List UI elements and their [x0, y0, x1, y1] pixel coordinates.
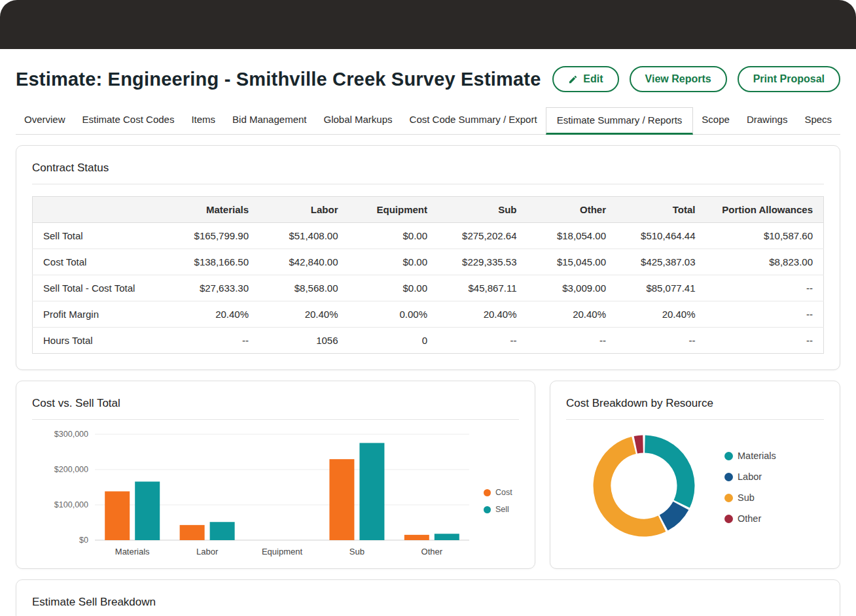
bar-chart-legend: CostSell	[484, 488, 512, 514]
legend-label: Other	[738, 513, 761, 524]
legend-dot-icon	[484, 489, 491, 496]
divider	[32, 419, 519, 420]
cell-value: $165,799.90	[170, 223, 260, 249]
app-window: Estimate: Engineering - Smithville Creek…	[0, 0, 856, 616]
donut-chart: MaterialsLaborSubOther	[566, 424, 824, 551]
cell-value: $138,166.50	[170, 249, 260, 275]
tab-items[interactable]: Items	[183, 107, 224, 134]
legend-dot-icon	[724, 515, 733, 523]
cell-value: --	[706, 301, 824, 328]
cell-value: 1056	[259, 328, 349, 354]
cell-value: $425,387.03	[616, 249, 706, 275]
cell-value: 0	[349, 328, 438, 354]
legend-item-sub: Sub	[724, 492, 776, 503]
cell-value: --	[706, 275, 824, 301]
cell-value: $51,408.00	[259, 223, 349, 249]
svg-text:Sub: Sub	[349, 547, 365, 556]
svg-text:Equipment: Equipment	[262, 547, 303, 556]
cost-breakdown-title: Cost Breakdown by Resource	[566, 397, 824, 410]
cell-value: 20.40%	[170, 301, 260, 328]
tab-bar: OverviewEstimate Cost CodesItemsBid Mana…	[16, 107, 840, 135]
tab-overview[interactable]: Overview	[16, 107, 74, 134]
cell-value: 20.40%	[438, 301, 527, 328]
cell-value: $45,867.11	[438, 275, 527, 301]
cell-value: $8,568.00	[259, 275, 349, 301]
cell-value: --	[706, 328, 824, 354]
cell-value: $510,464.44	[616, 223, 706, 249]
contract-status-card: Contract Status MaterialsLaborEquipmentS…	[16, 145, 840, 370]
cell-value: $8,823.00	[706, 249, 824, 275]
cost-vs-sell-card: Cost vs. Sell Total $0$100,000$200,000$3…	[16, 381, 535, 569]
cell-value: $3,009.00	[527, 275, 617, 301]
svg-text:$100,000: $100,000	[54, 500, 88, 509]
svg-text:$300,000: $300,000	[54, 430, 88, 439]
tab-estimate-summary-reports[interactable]: Estimate Summary / Reports	[546, 107, 694, 135]
tab-cost-code-summary-export[interactable]: Cost Code Summary / Export	[401, 107, 546, 134]
table-row: Profit Margin20.40%20.40%0.00%20.40%20.4…	[33, 301, 824, 328]
row-label: Cost Total	[33, 249, 170, 275]
cell-value: $27,633.30	[170, 275, 260, 301]
svg-text:Other: Other	[421, 547, 443, 556]
tab-specs[interactable]: Specs	[796, 107, 840, 134]
column-header: Total	[616, 197, 706, 223]
legend-label: Sell	[495, 505, 509, 514]
row-label: Sell Total - Cost Total	[33, 275, 170, 301]
header-actions: Edit View Reports Print Proposal	[552, 66, 840, 92]
column-header: Materials	[170, 197, 260, 223]
cell-value: $15,045.00	[527, 249, 617, 275]
legend-item-labor: Labor	[724, 471, 776, 482]
view-reports-button-label: View Reports	[645, 73, 711, 85]
print-proposal-button-label: Print Proposal	[753, 73, 825, 85]
legend-dot-icon	[484, 506, 491, 513]
row-label: Hours Total	[33, 328, 170, 354]
column-header: Equipment	[349, 197, 438, 223]
edit-button-label: Edit	[583, 73, 603, 85]
tab-scope[interactable]: Scope	[693, 107, 738, 134]
legend-label: Labor	[738, 471, 762, 482]
svg-text:Materials: Materials	[115, 547, 150, 556]
legend-label: Sub	[738, 492, 755, 503]
bar-chart-plot: $0$100,000$200,000$300,000MaterialsLabor…	[32, 426, 474, 562]
cell-value: $18,054.00	[527, 223, 617, 249]
column-header: Sub	[438, 197, 527, 223]
legend-item-materials: Materials	[724, 451, 776, 461]
svg-text:Labor: Labor	[196, 547, 219, 556]
contract-status-table: MaterialsLaborEquipmentSubOtherTotalPort…	[32, 196, 824, 354]
cost-vs-sell-title: Cost vs. Sell Total	[32, 397, 519, 410]
legend-dot-icon	[724, 473, 733, 481]
tab-drawings[interactable]: Drawings	[738, 107, 796, 134]
legend-dot-icon	[724, 494, 733, 502]
print-proposal-button[interactable]: Print Proposal	[738, 66, 840, 92]
cell-value: --	[616, 328, 706, 354]
page-content: Estimate: Engineering - Smithville Creek…	[0, 49, 856, 616]
edit-button[interactable]: Edit	[552, 66, 618, 92]
cell-value: $10,587.60	[706, 223, 824, 249]
divider	[566, 419, 824, 420]
page-header: Estimate: Engineering - Smithville Creek…	[16, 49, 840, 92]
cell-value: 0.00%	[349, 301, 438, 328]
table-row: Cost Total$138,166.50$42,840.00$0.00$229…	[33, 249, 824, 275]
pencil-icon	[568, 75, 578, 84]
contract-status-title: Contract Status	[32, 162, 824, 175]
donut-chart-legend: MaterialsLaborSubOther	[724, 451, 776, 524]
cell-value: $85,077.41	[616, 275, 706, 301]
donut-chart-plot	[582, 424, 706, 551]
top-navigation-bar	[0, 0, 856, 49]
row-label: Profit Margin	[33, 301, 170, 328]
table-row: Hours Total--10560--------	[33, 328, 824, 354]
tab-estimate-cost-codes[interactable]: Estimate Cost Codes	[74, 107, 183, 134]
legend-item-cost: Cost	[484, 488, 512, 497]
cell-value: $229,335.53	[438, 249, 527, 275]
legend-item-other: Other	[724, 513, 776, 524]
tab-bid-management[interactable]: Bid Management	[224, 107, 315, 134]
tab-global-markups[interactable]: Global Markups	[315, 107, 401, 134]
column-header	[33, 197, 170, 223]
column-header: Portion Allowances	[706, 197, 824, 223]
table-row: Sell Total$165,799.90$51,408.00$0.00$275…	[33, 223, 824, 249]
cell-value: $42,840.00	[259, 249, 349, 275]
view-reports-button[interactable]: View Reports	[630, 66, 727, 92]
cell-value: 20.40%	[616, 301, 706, 328]
cost-breakdown-card: Cost Breakdown by Resource MaterialsLabo…	[550, 381, 840, 569]
page-title: Estimate: Engineering - Smithville Creek…	[16, 69, 541, 90]
estimate-sell-breakdown-title: Estimate Sell Breakdown	[32, 596, 824, 609]
